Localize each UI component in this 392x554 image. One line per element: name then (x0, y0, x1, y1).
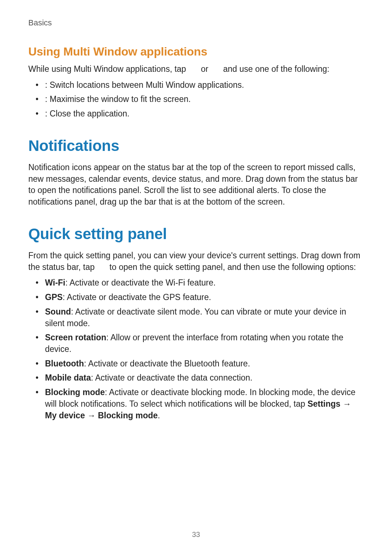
option-name: Screen rotation (45, 333, 106, 342)
option-desc: : Activate or deactivate silent mode. Yo… (45, 307, 346, 328)
option-name: Mobile data (45, 373, 91, 382)
path-segment: Blocking mode (98, 411, 158, 420)
multiwindow-list: : Switch locations between Multi Window … (28, 79, 364, 120)
text-fragment: and use one of the following: (221, 64, 329, 74)
heading-quick-setting-panel: Quick setting panel (28, 225, 364, 243)
arrow-separator: → (340, 399, 351, 409)
quickpanel-intro: From the quick setting panel, you can vi… (28, 250, 364, 273)
option-name: Sound (45, 307, 71, 316)
heading-multiwindow: Using Multi Window applications (28, 45, 364, 58)
breadcrumb: Basics (28, 18, 364, 28)
option-name: Blocking mode (45, 387, 105, 397)
text-fragment: . (158, 411, 160, 420)
list-item: Sound: Activate or deactivate silent mod… (34, 306, 364, 329)
list-item: Bluetooth: Activate or deactivate the Bl… (34, 358, 364, 370)
option-desc: : Activate or deactivate the GPS feature… (63, 292, 211, 302)
list-item: : Maximise the window to fit the screen. (34, 94, 364, 105)
arrow-separator: → (85, 411, 98, 420)
option-name: Bluetooth (45, 359, 84, 368)
multiwindow-intro: While using Multi Window applications, t… (28, 63, 364, 75)
notifications-body: Notification icons appear on the status … (28, 162, 364, 208)
option-desc: : Activate or deactivate the Wi-Fi featu… (65, 278, 216, 287)
list-item: : Close the application. (34, 108, 364, 120)
quickpanel-list: Wi-Fi: Activate or deactivate the Wi-Fi … (28, 277, 364, 421)
option-desc: : Activate or deactivate the data connec… (91, 373, 253, 382)
list-item: Wi-Fi: Activate or deactivate the Wi-Fi … (34, 277, 364, 289)
text-fragment: to open the quick setting panel, and the… (107, 262, 356, 272)
list-item: Blocking mode: Activate or deactivate bl… (34, 387, 364, 421)
list-item: : Switch locations between Multi Window … (34, 79, 364, 91)
list-item: GPS: Activate or deactivate the GPS feat… (34, 292, 364, 303)
text-fragment: or (199, 64, 211, 74)
page-number: 33 (0, 530, 392, 539)
option-desc: : Activate or deactivate the Bluetooth f… (84, 359, 250, 368)
document-page: Basics Using Multi Window applications W… (0, 0, 392, 554)
heading-notifications: Notifications (28, 137, 364, 155)
option-name: GPS (45, 292, 63, 302)
path-segment: Settings (307, 399, 340, 409)
list-item: Screen rotation: Allow or prevent the in… (34, 332, 364, 355)
path-segment: My device (45, 411, 85, 420)
text-fragment: While using Multi Window applications, t… (28, 64, 188, 74)
option-name: Wi-Fi (45, 278, 65, 287)
list-item: Mobile data: Activate or deactivate the … (34, 372, 364, 384)
